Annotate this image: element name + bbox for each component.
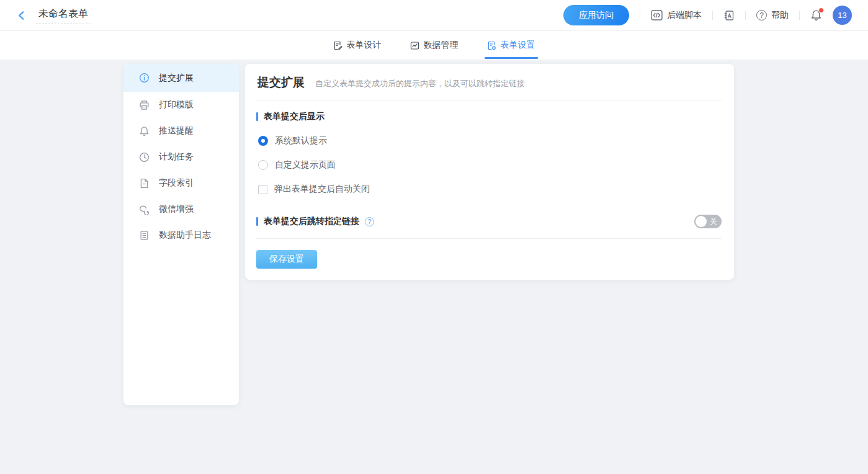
top-bar-left: 未命名表单 [16, 6, 91, 24]
radio-custom-page[interactable]: 自定义提示页面 [256, 159, 722, 171]
clock-icon [139, 152, 150, 163]
radio-label: 系统默认提示 [275, 135, 327, 146]
radio-checked-icon[interactable] [258, 136, 268, 146]
divider [799, 11, 800, 20]
divider [712, 11, 713, 20]
sidebar-item-submit-extension[interactable]: 提交扩展 [123, 64, 239, 92]
form-settings-icon [487, 41, 496, 50]
sidebar-item-label: 字段索引 [159, 177, 194, 189]
toggle-knob [696, 216, 707, 227]
checkbox-auto-close[interactable]: 弹出表单提交后自动关闭 [256, 184, 722, 195]
backend-script-button[interactable]: 后端脚本 [651, 10, 702, 21]
back-button[interactable] [16, 10, 27, 21]
tab-form-settings[interactable]: 表单设置 [486, 31, 537, 60]
divider [640, 11, 640, 20]
sidebar-item-label: 推送提醒 [159, 125, 194, 136]
chevron-left-icon [16, 10, 27, 21]
sidebar-item-data-assistant-log[interactable]: 数据助手日志 [123, 222, 239, 248]
app-access-button[interactable]: 应用访问 [563, 5, 629, 25]
toggle-state-label: 关 [710, 217, 717, 226]
display-section-heading: 表单提交后显示 [256, 111, 722, 122]
radio-system-default[interactable]: 系统默认提示 [256, 135, 722, 146]
sidebar-item-label: 微信增强 [159, 203, 194, 215]
question-help-icon[interactable]: ? [365, 217, 374, 226]
section-bar [256, 112, 258, 121]
backend-script-label: 后端脚本 [667, 10, 702, 21]
bell-icon [139, 126, 150, 136]
tab-label: 数据管理 [424, 40, 459, 51]
data-manage-icon [410, 41, 419, 50]
sidebar-item-print-template[interactable]: 打印模版 [123, 92, 239, 118]
panel-title: 提交扩展 [257, 74, 305, 91]
printer-icon [139, 100, 150, 110]
notifications-button[interactable] [810, 9, 822, 21]
sidebar-item-label: 打印模版 [159, 99, 194, 110]
submit-extension-panel: 提交扩展 自定义表单提交成功后的提示内容，以及可以跳转指定链接 表单提交后显示 … [245, 64, 734, 280]
sidebar-item-label: 提交扩展 [159, 73, 194, 84]
notification-badge [818, 7, 824, 13]
section-heading-label: 表单提交后显示 [264, 111, 324, 122]
form-title[interactable]: 未命名表单 [36, 6, 91, 24]
panel-header: 提交扩展 自定义表单提交成功后的提示内容，以及可以跳转指定链接 [256, 64, 722, 101]
tab-label: 表单设计 [347, 40, 382, 51]
active-tab-underline [485, 57, 538, 59]
tab-bar: 表单设计 数据管理 表单设置 [0, 31, 868, 60]
checkbox-label: 弹出表单提交后自动关闭 [274, 184, 370, 195]
tab-label: 表单设置 [501, 40, 535, 51]
top-bar-right: 应用访问 后端脚本 ? 帮助 [563, 5, 852, 25]
form-design-icon [333, 41, 342, 50]
divider [745, 11, 746, 20]
redirect-section: 表单提交后跳转指定链接 ? 关 [256, 215, 722, 239]
help-label: 帮助 [771, 10, 789, 21]
panel-subtitle: 自定义表单提交成功后的提示内容，以及可以跳转指定链接 [315, 78, 525, 89]
sidebar-item-field-index[interactable]: 字段索引 [123, 170, 239, 196]
sidebar-item-label: 数据助手日志 [159, 230, 211, 241]
address-book-icon [723, 10, 735, 21]
radio-unchecked-icon[interactable] [258, 160, 268, 170]
settings-sidebar: 提交扩展 打印模版 推送提醒 计划任务 字段索引 微信增强 数据助手日志 [123, 64, 239, 405]
sidebar-item-wechat-enhance[interactable]: 微信增强 [123, 196, 239, 222]
section-bar [256, 217, 258, 226]
log-icon [139, 230, 150, 241]
redirect-section-heading: 表单提交后跳转指定链接 [264, 216, 359, 227]
sidebar-item-push-reminder[interactable]: 推送提醒 [123, 118, 239, 144]
roster-button[interactable] [723, 10, 735, 21]
tab-form-design[interactable]: 表单设计 [332, 31, 383, 60]
help-icon: ? [756, 10, 767, 20]
checkbox-icon[interactable] [258, 185, 267, 194]
sidebar-item-scheduled-task[interactable]: 计划任务 [123, 144, 239, 170]
code-icon [651, 10, 663, 20]
help-button[interactable]: ? 帮助 [756, 10, 789, 21]
radio-label: 自定义提示页面 [275, 159, 336, 171]
redirect-toggle[interactable]: 关 [694, 215, 722, 228]
tab-data-manage[interactable]: 数据管理 [409, 31, 460, 60]
wechat-icon [139, 204, 150, 215]
save-settings-button[interactable]: 保存设置 [256, 250, 317, 269]
top-bar: 未命名表单 应用访问 后端脚本 ? 帮 [0, 0, 868, 31]
sidebar-item-label: 计划任务 [159, 151, 194, 163]
document-icon [139, 178, 150, 189]
info-icon [139, 73, 150, 83]
avatar[interactable]: 13 [833, 6, 852, 25]
